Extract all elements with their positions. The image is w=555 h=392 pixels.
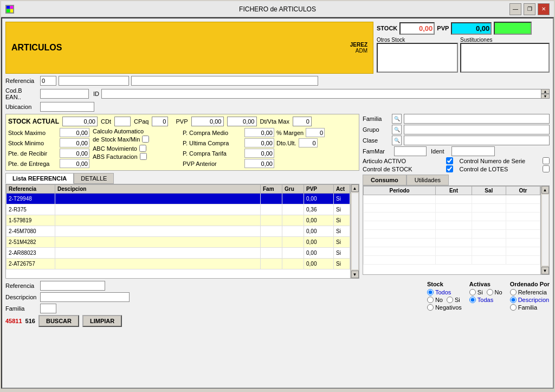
- consumo-row: [364, 247, 540, 256]
- pvp-sa-input[interactable]: [191, 117, 224, 126]
- fammar-input[interactable]: [394, 146, 427, 156]
- close-button[interactable]: ✕: [538, 3, 550, 15]
- table-row[interactable]: 2-45M70800,00Si: [7, 226, 350, 237]
- p-ultima-compra-input[interactable]: [244, 138, 274, 147]
- familia-input[interactable]: [404, 114, 550, 124]
- id-scroll-down[interactable]: ▼: [541, 94, 550, 99]
- consumo-scroll-up[interactable]: ▲: [541, 186, 549, 194]
- limpiar-button[interactable]: LIMPIAR: [82, 315, 122, 327]
- consumo-row: [364, 204, 540, 213]
- ubicacion-input[interactable]: [40, 102, 94, 112]
- table-row[interactable]: 2-51M42820,00Si: [7, 237, 350, 248]
- control-num-serie-checkbox[interactable]: [543, 157, 550, 164]
- ordenado-referencia-label: Referencia: [518, 289, 547, 295]
- grupo-magnifier[interactable]: 🔍: [392, 125, 402, 134]
- control-stock-checkbox[interactable]: [446, 165, 453, 172]
- clase-magnifier[interactable]: 🔍: [392, 136, 402, 145]
- col-referencia: Referencia: [7, 185, 55, 194]
- p-compra-medio-label: P. Compra Medio: [183, 130, 242, 136]
- abc-mov-checkbox[interactable]: [139, 145, 146, 152]
- sustituciones-label: Sustituciones: [460, 37, 550, 43]
- p-compra-medio-input[interactable]: [244, 128, 274, 137]
- stock-negativos-radio[interactable]: [427, 304, 434, 311]
- cdt-input[interactable]: [114, 117, 131, 126]
- consumo-row: [364, 195, 540, 204]
- stock-value-input[interactable]: [399, 22, 435, 35]
- ident-label: Ident: [431, 148, 447, 155]
- pvp-value-input[interactable]: [451, 22, 492, 35]
- table-scroll-up[interactable]: ▲: [351, 184, 359, 192]
- pte-entrega-input[interactable]: [60, 159, 89, 168]
- codbean-input[interactable]: [40, 89, 89, 99]
- dtvta-input[interactable]: [293, 117, 312, 126]
- table-row[interactable]: 1-5798190,00Si: [7, 215, 350, 226]
- pvp-sa-input2[interactable]: [227, 117, 257, 126]
- ubicacion-label: Ubicacion: [5, 104, 38, 110]
- tab-detalle[interactable]: DETALLE: [74, 173, 114, 184]
- table-row[interactable]: 2-T299480,00Si: [7, 194, 350, 204]
- activas-filter-group: Activas Si No Todas: [469, 281, 502, 311]
- consumo-row: [364, 221, 540, 230]
- cpaq-input[interactable]: [152, 117, 168, 126]
- margen-input[interactable]: [306, 128, 325, 137]
- ref-extra-input[interactable]: [131, 76, 318, 86]
- stock-maximo-input[interactable]: [60, 128, 89, 137]
- bottom-familia-input[interactable]: [40, 304, 56, 313]
- id-scroll-up[interactable]: ▲: [541, 89, 550, 94]
- cons-col-otr: Otr: [506, 187, 540, 195]
- de-stock-checkbox[interactable]: [142, 136, 149, 143]
- control-lotes-label: Control de LOTES: [460, 166, 541, 172]
- col-fam: Fam: [261, 185, 282, 194]
- abs-fact-checkbox[interactable]: [140, 153, 147, 160]
- stock-todos-radio[interactable]: [427, 289, 434, 295]
- familia-magnifier[interactable]: 🔍: [392, 114, 402, 124]
- bottom-referencia-input[interactable]: [40, 281, 105, 291]
- table-row[interactable]: 2-AT267570,00Si: [7, 259, 350, 269]
- cdt-label: CDt: [101, 118, 111, 125]
- tab-consumo[interactable]: Consumo: [363, 175, 406, 185]
- otros-stock-label: Otros Stock: [377, 37, 458, 43]
- activas-si-radio[interactable]: [469, 289, 476, 295]
- pvp-anterior-input[interactable]: [244, 159, 274, 168]
- grupo-input[interactable]: [404, 125, 550, 134]
- pvp-label: PVP: [437, 25, 449, 31]
- cons-col-periodo: Periodo: [364, 187, 436, 195]
- activas-todas-radio[interactable]: [469, 297, 476, 303]
- stock-si-radio[interactable]: [447, 297, 453, 303]
- clase-input[interactable]: [404, 136, 550, 145]
- tab-lista-referencia[interactable]: Lista REFERENCIA: [5, 173, 74, 184]
- minimize-button[interactable]: —: [509, 3, 521, 15]
- stock-actual-title: STOCK ACTUAL: [8, 118, 59, 125]
- stock-minimo-input[interactable]: [60, 138, 89, 147]
- articulo-activo-checkbox[interactable]: [446, 157, 453, 164]
- stock-filter-group: Stock Todos No Si Negativos: [427, 281, 462, 311]
- ordenado-descripcion-radio[interactable]: [510, 297, 517, 303]
- ident-input[interactable]: [451, 146, 495, 156]
- fammar-label: FamMar: [363, 148, 390, 155]
- maximize-button[interactable]: ❐: [524, 3, 535, 15]
- abs-fact-label: ABS Facturacion: [93, 153, 138, 160]
- dto-ult-input[interactable]: [299, 138, 318, 147]
- bottom-descripcion-input[interactable]: [40, 292, 130, 302]
- table-row[interactable]: 2-AR880230,00Si: [7, 248, 350, 259]
- id-input[interactable]: [101, 89, 550, 99]
- col-descipcion: Descipcion: [55, 185, 261, 194]
- pte-entrega-label: Pte. de Entrega: [8, 160, 49, 167]
- p-ultima-compra-label: P. Ultima Compra: [183, 140, 242, 146]
- p-compra-tarifa-input[interactable]: [244, 149, 274, 158]
- ref-text-input[interactable]: [59, 76, 129, 86]
- stock-no-radio[interactable]: [427, 297, 434, 303]
- buscar-button[interactable]: BUSCAR: [38, 315, 79, 327]
- stock-actual-input[interactable]: [62, 117, 98, 126]
- pte-recibir-input[interactable]: [60, 149, 89, 158]
- p-compra-tarifa-label: P. Compra Tarifa: [183, 150, 242, 157]
- control-lotes-checkbox[interactable]: [543, 165, 550, 172]
- ordenado-referencia-radio[interactable]: [510, 289, 517, 295]
- ordenado-familia-radio[interactable]: [510, 304, 517, 311]
- ref-num-input[interactable]: [40, 76, 56, 86]
- tab-utilidades[interactable]: Utilidades: [406, 175, 449, 185]
- consumo-scroll-down[interactable]: ▼: [541, 267, 549, 274]
- table-row[interactable]: 2-R3750,36Si: [7, 204, 350, 215]
- activas-no-radio[interactable]: [487, 289, 493, 295]
- table-scroll-down[interactable]: ▼: [351, 271, 359, 278]
